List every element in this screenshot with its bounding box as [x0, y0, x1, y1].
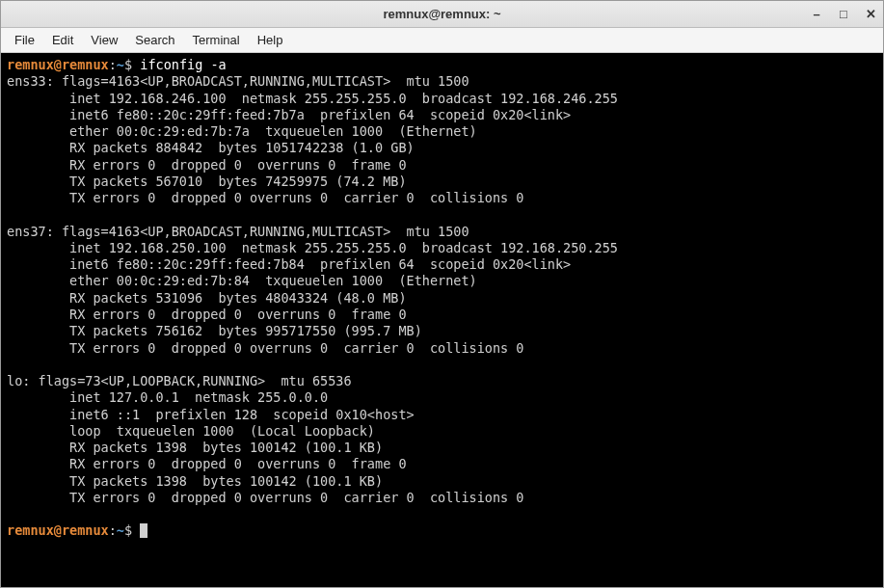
- output-line: TX packets 756162 bytes 995717550 (995.7…: [7, 323, 422, 338]
- maximize-icon[interactable]: □: [837, 7, 850, 21]
- output-line: inet 192.168.246.100 netmask 255.255.255…: [7, 91, 618, 106]
- terminal-body[interactable]: remnux@remnux:~$ ifconfig -a ens33: flag…: [1, 53, 883, 587]
- menu-help[interactable]: Help: [250, 31, 291, 49]
- titlebar: remnux@remnux: ~ – □ ✕: [1, 1, 883, 28]
- prompt-path: ~: [117, 57, 124, 72]
- prompt-colon: :: [109, 57, 117, 72]
- output-line: RX errors 0 dropped 0 overruns 0 frame 0: [7, 456, 407, 471]
- output-line: RX packets 1398 bytes 100142 (100.1 KB): [7, 440, 383, 455]
- output-line: ether 00:0c:29:ed:7b:84 txqueuelen 1000 …: [7, 273, 477, 288]
- prompt-dollar: $: [124, 522, 140, 538]
- output-line: TX errors 0 dropped 0 overruns 0 carrier…: [7, 490, 523, 505]
- output-line: inet6 ::1 prefixlen 128 scopeid 0x10<hos…: [7, 407, 415, 422]
- output-line: RX errors 0 dropped 0 overruns 0 frame 0: [7, 307, 407, 322]
- output-line: ens33: flags=4163<UP,BROADCAST,RUNNING,M…: [7, 73, 469, 89]
- prompt-path: ~: [117, 522, 124, 538]
- output-line: inet 127.0.0.1 netmask 255.0.0.0: [7, 389, 328, 405]
- output-line: RX packets 531096 bytes 48043324 (48.0 M…: [7, 290, 407, 306]
- prompt-line: remnux@remnux:~$ ifconfig -a: [7, 57, 227, 72]
- menu-file[interactable]: File: [7, 31, 42, 49]
- prompt-user: remnux: [7, 522, 54, 538]
- menu-view[interactable]: View: [83, 31, 125, 49]
- prompt-dollar: $: [124, 57, 140, 72]
- prompt-user: remnux: [7, 57, 54, 72]
- minimize-icon[interactable]: –: [810, 7, 823, 21]
- close-icon[interactable]: ✕: [864, 7, 877, 21]
- prompt-line: remnux@remnux:~$: [7, 522, 147, 538]
- output-line: inet6 fe80::20c:29ff:feed:7b84 prefixlen…: [7, 256, 571, 272]
- output-line: TX packets 1398 bytes 100142 (100.1 KB): [7, 473, 383, 489]
- output-line: inet 192.168.250.100 netmask 255.255.255…: [7, 240, 618, 255]
- output-line: ens37: flags=4163<UP,BROADCAST,RUNNING,M…: [7, 224, 469, 239]
- menubar: File Edit View Search Terminal Help: [1, 28, 883, 53]
- terminal-window: remnux@remnux: ~ – □ ✕ File Edit View Se…: [0, 0, 884, 588]
- menu-search[interactable]: Search: [127, 31, 182, 49]
- output-line: TX packets 567010 bytes 74259975 (74.2 M…: [7, 174, 407, 189]
- window-title: remnux@remnux: ~: [383, 7, 500, 21]
- prompt-host: remnux: [62, 522, 109, 538]
- command-text: ifconfig -a: [140, 57, 226, 72]
- prompt-colon: :: [109, 522, 117, 538]
- output-line: RX errors 0 dropped 0 overruns 0 frame 0: [7, 157, 407, 173]
- prompt-at: @: [54, 522, 62, 538]
- menu-edit[interactable]: Edit: [44, 31, 81, 49]
- prompt-host: remnux: [62, 57, 109, 72]
- window-controls: – □ ✕: [810, 7, 877, 21]
- output-line: lo: flags=73<UP,LOOPBACK,RUNNING> mtu 65…: [7, 373, 352, 388]
- output-line: TX errors 0 dropped 0 overruns 0 carrier…: [7, 190, 523, 205]
- cursor-icon: [140, 523, 147, 538]
- output-line: RX packets 884842 bytes 1051742238 (1.0 …: [7, 140, 415, 155]
- output-line: inet6 fe80::20c:29ff:feed:7b7a prefixlen…: [7, 107, 571, 122]
- output-line: TX errors 0 dropped 0 overruns 0 carrier…: [7, 340, 523, 356]
- output-line: loop txqueuelen 1000 (Local Loopback): [7, 423, 375, 439]
- menu-terminal[interactable]: Terminal: [185, 31, 248, 49]
- output-line: ether 00:0c:29:ed:7b:7a txqueuelen 1000 …: [7, 123, 477, 139]
- prompt-at: @: [54, 57, 62, 72]
